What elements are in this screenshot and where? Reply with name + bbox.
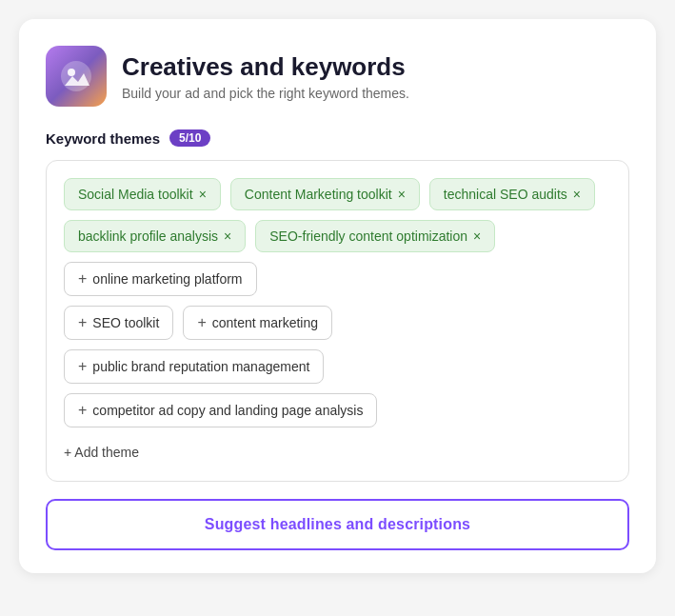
- selected-tags-area: Social Media toolkit × Content Marketing…: [64, 178, 611, 296]
- tag-online-marketing-platform[interactable]: + online marketing platform: [64, 262, 257, 296]
- tag-seo-friendly-content-optimization[interactable]: SEO-friendly content optimization ×: [255, 220, 495, 252]
- tag-label: technical SEO audits: [444, 187, 567, 202]
- add-tags-row2: + public brand reputation management: [64, 349, 611, 384]
- remove-icon[interactable]: ×: [224, 229, 231, 243]
- tag-social-media-toolkit[interactable]: Social Media toolkit ×: [64, 178, 221, 210]
- add-theme-link[interactable]: + Add theme: [64, 441, 139, 464]
- suggest-button[interactable]: Suggest headlines and descriptions: [46, 499, 629, 550]
- plus-icon: +: [197, 314, 206, 331]
- svg-point-0: [61, 61, 91, 91]
- tag-seo-toolkit[interactable]: + SEO toolkit: [64, 306, 173, 340]
- remove-icon[interactable]: ×: [573, 188, 581, 201]
- tag-competitor-ad-copy[interactable]: + competitor ad copy and landing page an…: [64, 393, 377, 427]
- tag-label: Social Media toolkit: [78, 187, 193, 202]
- keyword-themes-label: Keyword themes: [46, 130, 160, 147]
- plus-icon: +: [78, 314, 87, 331]
- header-text-group: Creatives and keywords Build your ad and…: [122, 52, 409, 101]
- plus-icon: +: [78, 358, 87, 375]
- tag-content-marketing[interactable]: + content marketing: [183, 306, 332, 340]
- keyword-themes-header: Keyword themes 5/10: [46, 129, 629, 147]
- remove-icon[interactable]: ×: [199, 188, 207, 201]
- add-tags-area: + SEO toolkit + content marketing: [64, 306, 611, 340]
- plus-icon: +: [78, 270, 87, 288]
- tag-content-marketing-toolkit[interactable]: Content Marketing toolkit ×: [230, 178, 420, 210]
- tag-label: competitor ad copy and landing page anal…: [92, 403, 363, 418]
- header-section: Creatives and keywords Build your ad and…: [46, 46, 629, 107]
- tag-label: SEO toolkit: [92, 315, 159, 330]
- tag-label: public brand reputation management: [92, 359, 309, 374]
- tag-public-brand-reputation[interactable]: + public brand reputation management: [64, 349, 324, 384]
- tag-backlink-profile-analysis[interactable]: backlink profile analysis ×: [64, 220, 246, 252]
- tag-label: online marketing platform: [92, 271, 242, 287]
- tag-label: backlink profile analysis: [78, 229, 218, 244]
- remove-icon[interactable]: ×: [473, 229, 481, 243]
- add-theme-label: + Add theme: [64, 445, 139, 460]
- add-tags-row3: + competitor ad copy and landing page an…: [64, 393, 611, 427]
- main-card: Creatives and keywords Build your ad and…: [19, 19, 656, 573]
- svg-point-1: [68, 69, 75, 76]
- page-subtitle: Build your ad and pick the right keyword…: [122, 86, 409, 101]
- tag-label: SEO-friendly content optimization: [269, 229, 467, 244]
- app-logo: [46, 46, 107, 107]
- keyword-themes-badge: 5/10: [169, 129, 210, 147]
- page-title: Creatives and keywords: [122, 52, 409, 82]
- tag-label: content marketing: [212, 315, 318, 330]
- plus-icon: +: [78, 402, 87, 419]
- tag-label: Content Marketing toolkit: [245, 187, 392, 202]
- remove-icon[interactable]: ×: [398, 188, 406, 201]
- tag-technical-seo-audits[interactable]: technical SEO audits ×: [429, 178, 595, 210]
- themes-container: Social Media toolkit × Content Marketing…: [46, 160, 629, 482]
